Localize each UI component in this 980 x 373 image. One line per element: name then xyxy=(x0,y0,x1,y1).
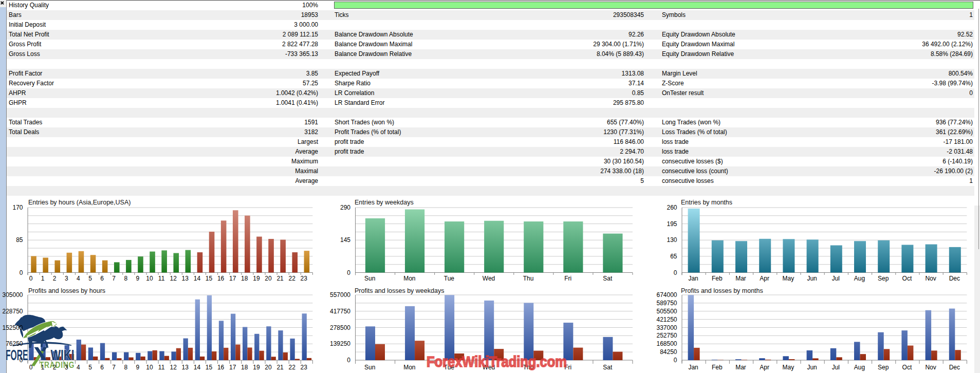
svg-text:0: 0 xyxy=(347,269,350,276)
svg-text:0: 0 xyxy=(674,357,677,364)
svg-text:17: 17 xyxy=(229,275,236,282)
svg-text:Fri: Fri xyxy=(564,275,571,282)
svg-text:130: 130 xyxy=(667,236,677,244)
svg-text:9: 9 xyxy=(136,364,140,371)
svg-text:2: 2 xyxy=(53,275,57,282)
svg-text:152500: 152500 xyxy=(2,324,23,331)
svg-text:Jan: Jan xyxy=(688,275,698,282)
svg-text:0: 0 xyxy=(29,364,33,371)
svg-text:145: 145 xyxy=(340,236,350,244)
svg-text:Sat: Sat xyxy=(603,275,613,282)
svg-text:195: 195 xyxy=(667,220,677,228)
svg-text:Sun: Sun xyxy=(364,364,375,371)
svg-text:Wed: Wed xyxy=(483,275,495,282)
svg-text:Mon: Mon xyxy=(403,364,415,371)
svg-text:Sat: Sat xyxy=(603,364,613,371)
svg-text:Oct: Oct xyxy=(902,364,912,371)
svg-text:Mon: Mon xyxy=(403,275,415,282)
svg-text:18: 18 xyxy=(241,275,248,282)
svg-text:4: 4 xyxy=(77,275,80,282)
svg-text:84250: 84250 xyxy=(660,348,677,356)
svg-text:11: 11 xyxy=(158,364,165,371)
svg-text:Entries by weekdays: Entries by weekdays xyxy=(355,199,414,206)
svg-text:8: 8 xyxy=(124,275,127,282)
svg-text:Profits and losses by months: Profits and losses by months xyxy=(681,287,763,294)
svg-text:260: 260 xyxy=(667,204,677,211)
svg-text:7: 7 xyxy=(112,364,116,371)
svg-text:14: 14 xyxy=(194,275,201,282)
svg-text:Feb: Feb xyxy=(712,364,723,371)
svg-text:Profits and losses by weekdays: Profits and losses by weekdays xyxy=(355,287,444,294)
svg-text:10: 10 xyxy=(146,275,153,282)
svg-text:5: 5 xyxy=(88,364,92,371)
svg-text:10: 10 xyxy=(146,364,153,371)
svg-text:505500: 505500 xyxy=(656,308,677,315)
svg-text:Dec: Dec xyxy=(949,275,960,282)
svg-text:3: 3 xyxy=(65,275,68,282)
svg-text:252750: 252750 xyxy=(656,332,677,339)
svg-text:14: 14 xyxy=(194,364,201,371)
svg-text:Apr: Apr xyxy=(760,364,769,371)
svg-text:Dec: Dec xyxy=(949,364,960,371)
svg-text:228750: 228750 xyxy=(2,308,23,315)
svg-text:18: 18 xyxy=(241,364,248,371)
svg-text:21: 21 xyxy=(276,275,284,282)
svg-text:170: 170 xyxy=(12,204,23,211)
svg-text:17: 17 xyxy=(229,364,236,371)
svg-text:Sep: Sep xyxy=(878,364,889,371)
svg-text:13: 13 xyxy=(182,364,189,371)
svg-text:Aug: Aug xyxy=(854,275,865,282)
svg-text:6: 6 xyxy=(100,275,104,282)
svg-text:Aug: Aug xyxy=(854,364,865,371)
svg-text:20: 20 xyxy=(265,275,272,282)
svg-text:15: 15 xyxy=(206,364,213,371)
svg-text:20: 20 xyxy=(265,364,272,371)
svg-text:15: 15 xyxy=(206,275,213,282)
svg-text:12: 12 xyxy=(170,275,177,282)
svg-text:22: 22 xyxy=(289,364,296,371)
svg-text:139250: 139250 xyxy=(330,340,350,347)
svg-text:290: 290 xyxy=(340,204,350,211)
svg-text:Nov: Nov xyxy=(925,364,936,371)
svg-text:589750: 589750 xyxy=(656,300,677,307)
svg-text:Jan: Jan xyxy=(688,364,698,371)
svg-text:421250: 421250 xyxy=(656,316,677,323)
svg-text:337000: 337000 xyxy=(656,324,677,331)
svg-text:22: 22 xyxy=(289,275,296,282)
svg-text:Feb: Feb xyxy=(712,275,723,282)
svg-text:Sun: Sun xyxy=(364,275,375,282)
svg-text:168500: 168500 xyxy=(656,340,677,347)
svg-text:19: 19 xyxy=(253,364,260,371)
svg-text:Jun: Jun xyxy=(807,275,817,282)
svg-text:305000: 305000 xyxy=(2,291,23,299)
svg-text:0: 0 xyxy=(20,357,23,364)
svg-text:Mar: Mar xyxy=(735,364,746,371)
svg-text:23: 23 xyxy=(301,364,308,371)
svg-text:May: May xyxy=(783,364,794,371)
svg-text:278500: 278500 xyxy=(330,324,350,331)
svg-text:16: 16 xyxy=(217,275,225,282)
svg-text:Thu: Thu xyxy=(523,275,534,282)
svg-text:May: May xyxy=(783,275,794,282)
svg-text:8: 8 xyxy=(124,364,127,371)
svg-text:Entries by hours (Asia,Europe,: Entries by hours (Asia,Europe,USA) xyxy=(28,199,131,206)
svg-text:417750: 417750 xyxy=(330,308,350,315)
svg-text:11: 11 xyxy=(158,275,165,282)
svg-text:Profits and losses by hours: Profits and losses by hours xyxy=(28,287,105,294)
svg-text:23: 23 xyxy=(301,275,308,282)
svg-text:0: 0 xyxy=(347,357,350,364)
svg-text:19: 19 xyxy=(253,275,260,282)
svg-text:Sep: Sep xyxy=(878,275,889,282)
svg-text:13: 13 xyxy=(182,275,189,282)
svg-text:7: 7 xyxy=(112,275,116,282)
svg-text:16: 16 xyxy=(217,364,225,371)
svg-text:Mar: Mar xyxy=(735,275,746,282)
svg-text:4: 4 xyxy=(77,364,80,371)
svg-text:85: 85 xyxy=(16,236,23,244)
svg-text:21: 21 xyxy=(276,364,284,371)
svg-text:3: 3 xyxy=(65,364,68,371)
svg-text:1: 1 xyxy=(41,364,45,371)
svg-text:1: 1 xyxy=(41,275,45,282)
svg-text:0: 0 xyxy=(20,269,23,276)
svg-text:Entries by months: Entries by months xyxy=(681,199,732,206)
